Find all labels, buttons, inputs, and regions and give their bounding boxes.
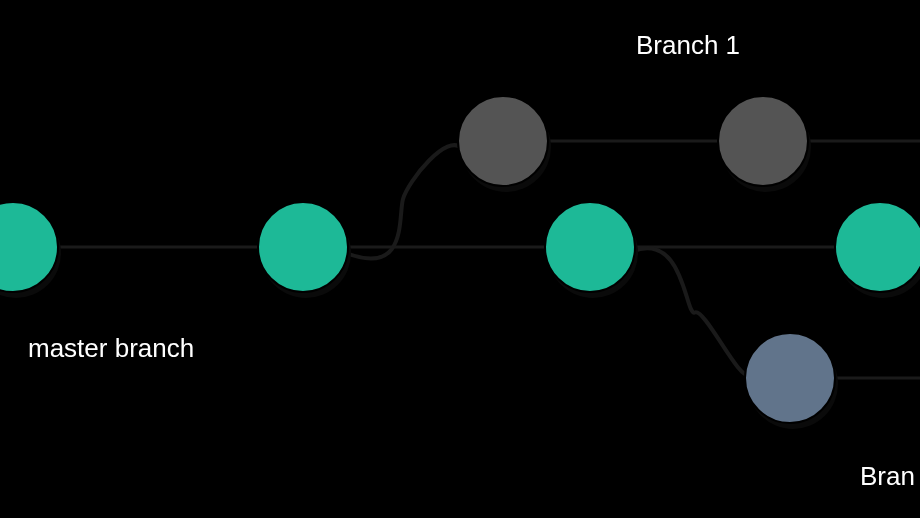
- branch1-commit-1: [718, 96, 808, 186]
- master-commit-3: [835, 202, 920, 292]
- branch-diagram: [0, 0, 920, 518]
- branch2-label: Bran: [860, 461, 915, 492]
- branch1-label: Branch 1: [636, 30, 740, 61]
- branch2-commit-0: [745, 333, 835, 423]
- master-branch-label: master branch: [28, 333, 194, 364]
- master-commit-1: [258, 202, 348, 292]
- master-commit-2: [545, 202, 635, 292]
- branch1-commit-0: [458, 96, 548, 186]
